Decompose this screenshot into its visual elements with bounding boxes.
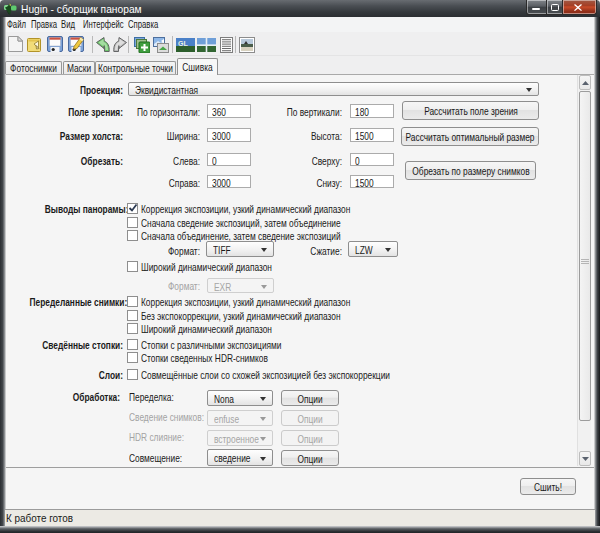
svg-text:GL: GL [178, 40, 188, 47]
